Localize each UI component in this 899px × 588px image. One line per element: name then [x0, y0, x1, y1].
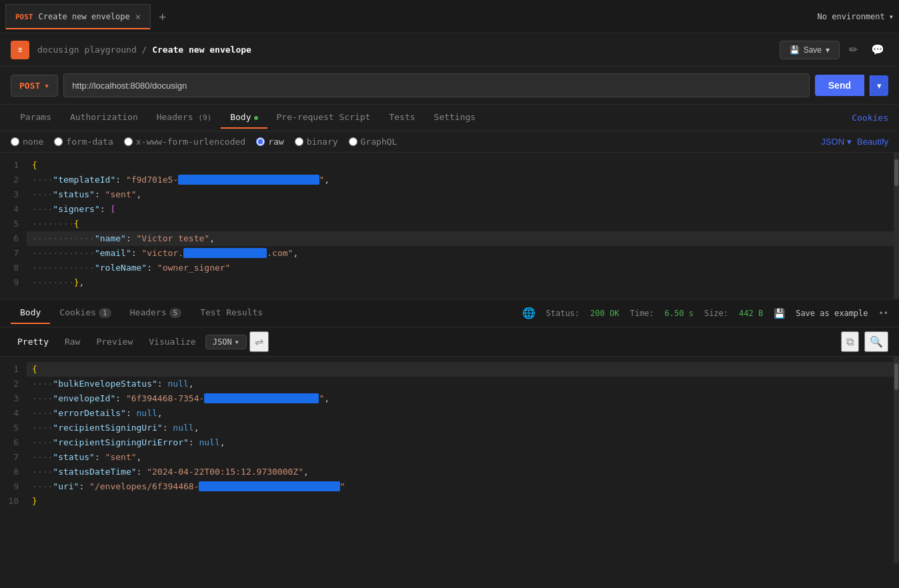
resp-tab-cookies[interactable]: Cookies1 — [50, 302, 120, 324]
tab-method-label: POST — [15, 13, 33, 21]
workspace-label[interactable]: docusign playground — [37, 45, 137, 55]
send-button[interactable]: Send — [815, 75, 864, 96]
resp-line-7: ····"status": "sent", — [27, 450, 894, 465]
request-tabs: Params Authorization Headers (9) Body Pr… — [0, 105, 899, 131]
resp-line-5: ····"recipientSigningUri": null, — [27, 421, 894, 435]
search-response-button[interactable]: 🔍 — [864, 331, 888, 352]
tab-settings[interactable]: Settings — [425, 107, 486, 129]
save-button[interactable]: 💾 Save ▾ — [780, 41, 840, 59]
resp-status-bar: 🌐 Status: 200 OK Time: 6.50 s Size: 442 … — [522, 307, 889, 319]
req-line-7: ············"email": "victor.oliveira_ex… — [27, 246, 894, 261]
fmt-tab-visualize[interactable]: Visualize — [142, 334, 202, 349]
resp-scrollbar[interactable] — [894, 357, 899, 563]
body-type-raw[interactable]: raw — [256, 137, 283, 147]
body-type-binary[interactable]: binary — [295, 137, 338, 147]
save-icon: 💾 — [790, 45, 800, 55]
resp-line-9: ····"uri": "/envelopes/6f394468-7354-000… — [27, 479, 894, 494]
editor-scrollbar[interactable] — [894, 153, 899, 299]
resp-tab-body[interactable]: Body — [11, 302, 50, 324]
page-title: Create new envelope — [152, 45, 251, 55]
tab-headers[interactable]: Headers (9) — [147, 107, 221, 129]
resp-line-2: ····"bulkEnvelopeStatus": null, — [27, 377, 894, 391]
size-value: 442 B — [739, 309, 763, 318]
resp-line-10: } — [27, 494, 894, 509]
cookies-link[interactable]: Cookies — [852, 113, 888, 123]
resp-tab-test-results[interactable]: Test Results — [191, 302, 272, 324]
req-line-4: ····"signers": [ — [27, 202, 894, 217]
tab-authorization[interactable]: Authorization — [61, 107, 147, 129]
header-actions: 💾 Save ▾ ✏ 💬 — [780, 39, 888, 60]
response-tabs: Body Cookies1 Headers5 Test Results 🌐 St… — [0, 299, 899, 327]
resp-line-4: ····"errorDetails": null, — [27, 406, 894, 421]
scrollbar-thumb[interactable] — [894, 159, 898, 186]
env-chevron-icon: ▾ — [889, 12, 894, 21]
tab-tests[interactable]: Tests — [379, 107, 424, 129]
breadcrumb: docusign playground / Create new envelop… — [37, 45, 251, 55]
fmt-tab-pretty[interactable]: Pretty — [11, 334, 55, 349]
globe-icon: 🌐 — [522, 307, 536, 319]
request-tab[interactable]: POST Create new envelope × — [5, 4, 151, 29]
status-label: Status: — [546, 309, 580, 318]
req-line-5: ········{ — [27, 217, 894, 231]
header-bar: ≡ docusign playground / Create new envel… — [0, 33, 899, 67]
more-options-icon[interactable]: •• — [879, 309, 888, 318]
line-numbers: 1 2 3 4 5 6 7 8 9 — [0, 153, 27, 299]
time-label: Time: — [630, 309, 654, 318]
tab-title-label: Create new envelope — [39, 12, 130, 21]
method-label: POST — [19, 81, 40, 91]
url-bar: POST ▾ Send ▾ — [0, 67, 899, 105]
req-line-2: ····"templateId": "f9d701e5-0000-0000-00… — [27, 173, 894, 187]
json-chevron-icon: ▾ — [847, 137, 852, 147]
tab-bar: POST Create new envelope × + No environm… — [0, 0, 899, 33]
json-selector-button[interactable]: JSON ▾ — [821, 137, 852, 147]
body-type-bar: none form-data x-www-form-urlencoded raw… — [0, 131, 899, 153]
tab-body[interactable]: Body — [221, 107, 267, 129]
fmt-right-icons: ⧉ 🔍 — [841, 331, 888, 352]
save-icon-resp: 💾 — [774, 308, 785, 319]
method-chevron-icon: ▾ — [44, 81, 49, 91]
env-selector[interactable]: No environment ▾ — [818, 12, 894, 21]
tab-close-icon[interactable]: × — [135, 11, 141, 22]
fmt-tab-preview[interactable]: Preview — [89, 334, 139, 349]
send-dropdown-button[interactable]: ▾ — [870, 75, 888, 96]
comment-button[interactable]: 💬 — [867, 39, 888, 60]
body-type-form-data[interactable]: form-data — [54, 137, 113, 147]
save-chevron-icon: ▾ — [826, 45, 830, 55]
req-line-9: ········}, — [27, 275, 894, 290]
resp-line-numbers: 1 2 3 4 5 6 7 8 9 10 — [0, 357, 27, 563]
tab-params[interactable]: Params — [11, 107, 61, 129]
req-line-3: ····"status": "sent", — [27, 187, 894, 202]
method-selector[interactable]: POST ▾ — [11, 75, 58, 97]
resp-tab-headers[interactable]: Headers5 — [121, 302, 191, 324]
resp-line-1: { — [27, 362, 894, 377]
resp-line-6: ····"recipientSigningUriError": null, — [27, 435, 894, 450]
status-value: 200 OK — [590, 309, 619, 318]
workspace-icon: ≡ — [11, 41, 29, 59]
resp-line-3: ····"envelopeId": "6f394468-7354-0000-00… — [27, 391, 894, 406]
fmt-json-selector[interactable]: JSON ▾ — [205, 335, 247, 349]
body-type-graphql[interactable]: GraphQL — [349, 137, 397, 147]
fmt-json-chevron-icon: ▾ — [235, 337, 239, 347]
body-type-bar-right: JSON ▾ Beautify — [821, 137, 888, 147]
save-label: Save — [804, 45, 822, 55]
body-type-none[interactable]: none — [11, 137, 43, 147]
response-body: 1 2 3 4 5 6 7 8 9 10 { ····"bulkEnvelope… — [0, 357, 899, 563]
beautify-button[interactable]: Beautify — [857, 137, 888, 147]
resp-scrollbar-thumb[interactable] — [894, 363, 898, 390]
fmt-json-label: JSON — [213, 337, 232, 347]
edit-button[interactable]: ✏ — [845, 39, 862, 60]
json-label: JSON — [821, 137, 844, 147]
body-type-urlencoded[interactable]: x-www-form-urlencoded — [124, 137, 245, 147]
resp-line-8: ····"statusDateTime": "2024-04-22T00:15:… — [27, 465, 894, 479]
copy-response-button[interactable]: ⧉ — [841, 331, 859, 352]
size-label: Size: — [704, 309, 728, 318]
request-code-editor[interactable]: 1 2 3 4 5 6 7 8 9 { ····"templateId": "f… — [0, 153, 899, 299]
url-input[interactable] — [63, 73, 810, 97]
fmt-tab-raw[interactable]: Raw — [58, 334, 87, 349]
tab-pre-request[interactable]: Pre-request Script — [267, 107, 380, 129]
wrap-lines-button[interactable]: ⇌ — [249, 331, 269, 352]
resp-code-content: { ····"bulkEnvelopeStatus": null, ····"e… — [27, 357, 894, 563]
req-line-8: ············"roleName": "owner_signer" — [27, 261, 894, 275]
save-example-button[interactable]: Save as example — [796, 309, 868, 318]
add-tab-button[interactable]: + — [151, 9, 174, 23]
